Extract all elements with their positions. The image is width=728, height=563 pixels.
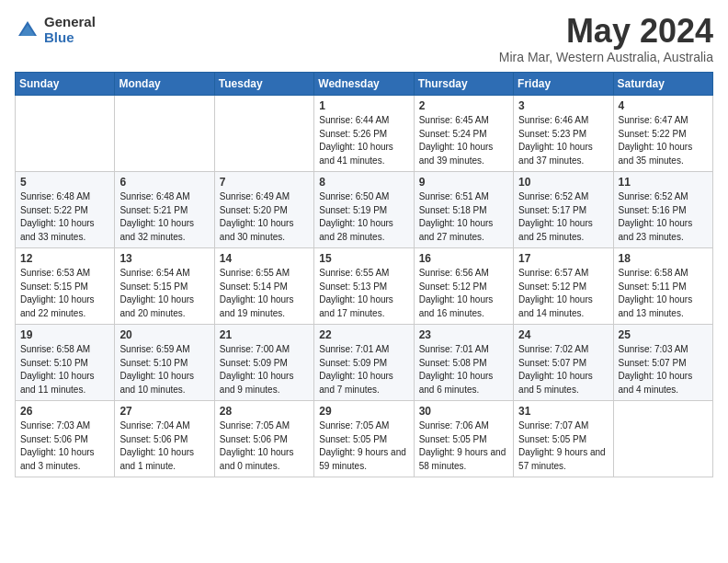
weekday-header-friday: Friday [514, 73, 613, 96]
day-number: 16 [419, 252, 508, 265]
day-cell: 21Sunrise: 7:00 AM Sunset: 5:09 PM Dayli… [214, 325, 313, 401]
day-number: 6 [119, 176, 209, 189]
day-info: Sunrise: 6:45 AM Sunset: 5:24 PM Dayligh… [419, 114, 508, 167]
day-cell: 31Sunrise: 7:07 AM Sunset: 5:05 PM Dayli… [514, 401, 613, 477]
day-info: Sunrise: 7:03 AM Sunset: 5:07 PM Dayligh… [619, 343, 708, 396]
weekday-header-monday: Monday [115, 73, 214, 96]
day-info: Sunrise: 7:01 AM Sunset: 5:09 PM Dayligh… [319, 343, 408, 396]
day-number: 8 [319, 176, 408, 189]
day-info: Sunrise: 6:47 AM Sunset: 5:22 PM Dayligh… [619, 114, 708, 167]
day-cell: 10Sunrise: 6:52 AM Sunset: 5:17 PM Dayli… [514, 172, 613, 248]
day-info: Sunrise: 6:52 AM Sunset: 5:17 PM Dayligh… [518, 190, 608, 244]
logo: General Blue [15, 15, 96, 45]
day-cell: 16Sunrise: 6:56 AM Sunset: 5:12 PM Dayli… [414, 248, 513, 325]
day-info: Sunrise: 6:50 AM Sunset: 5:19 PM Dayligh… [319, 190, 408, 244]
day-cell: 1Sunrise: 6:44 AM Sunset: 5:26 PM Daylig… [314, 96, 414, 172]
day-number: 28 [220, 405, 309, 418]
day-number: 13 [119, 252, 209, 265]
day-cell: 23Sunrise: 7:01 AM Sunset: 5:08 PM Dayli… [414, 325, 513, 401]
day-number: 7 [220, 176, 309, 189]
calendar: SundayMondayTuesdayWednesdayThursdayFrid… [15, 72, 713, 477]
weekday-header-sunday: Sunday [16, 73, 115, 96]
weekday-header-tuesday: Tuesday [214, 73, 313, 96]
day-cell: 7Sunrise: 6:49 AM Sunset: 5:20 PM Daylig… [214, 172, 313, 248]
day-cell: 4Sunrise: 6:47 AM Sunset: 5:22 PM Daylig… [613, 96, 712, 172]
day-number: 25 [619, 328, 708, 341]
day-number: 31 [518, 405, 608, 418]
day-number: 21 [220, 328, 309, 341]
day-number: 30 [419, 405, 508, 418]
day-info: Sunrise: 6:51 AM Sunset: 5:18 PM Dayligh… [419, 190, 508, 244]
weekday-header-row: SundayMondayTuesdayWednesdayThursdayFrid… [16, 73, 713, 96]
day-number: 22 [319, 328, 408, 341]
day-number: 29 [319, 405, 408, 418]
title-block: May 2024 Mira Mar, Western Australia, Au… [499, 15, 713, 64]
logo-text: General Blue [44, 15, 96, 45]
day-info: Sunrise: 7:05 AM Sunset: 5:06 PM Dayligh… [220, 419, 309, 473]
day-cell: 24Sunrise: 7:02 AM Sunset: 5:07 PM Dayli… [514, 325, 613, 401]
day-number: 15 [319, 252, 408, 265]
day-number: 17 [518, 252, 608, 265]
day-info: Sunrise: 6:57 AM Sunset: 5:12 PM Dayligh… [518, 267, 608, 320]
logo-general: General [44, 15, 96, 30]
day-cell: 11Sunrise: 6:52 AM Sunset: 5:16 PM Dayli… [613, 172, 712, 248]
day-info: Sunrise: 6:58 AM Sunset: 5:10 PM Dayligh… [20, 343, 109, 396]
day-number: 12 [20, 252, 109, 265]
day-cell: 17Sunrise: 6:57 AM Sunset: 5:12 PM Dayli… [514, 248, 613, 325]
logo-icon [15, 17, 40, 43]
day-cell [115, 96, 214, 172]
day-number: 4 [619, 99, 708, 112]
day-number: 26 [20, 405, 109, 418]
day-info: Sunrise: 6:55 AM Sunset: 5:14 PM Dayligh… [220, 267, 309, 320]
day-number: 2 [419, 99, 508, 112]
weekday-header-saturday: Saturday [613, 73, 712, 96]
day-number: 20 [119, 328, 209, 341]
day-info: Sunrise: 6:44 AM Sunset: 5:26 PM Dayligh… [319, 114, 408, 167]
day-info: Sunrise: 7:03 AM Sunset: 5:06 PM Dayligh… [20, 419, 109, 473]
day-number: 14 [220, 252, 309, 265]
day-cell: 6Sunrise: 6:48 AM Sunset: 5:21 PM Daylig… [115, 172, 214, 248]
day-info: Sunrise: 6:54 AM Sunset: 5:15 PM Dayligh… [119, 267, 209, 320]
week-row-3: 19Sunrise: 6:58 AM Sunset: 5:10 PM Dayli… [16, 325, 713, 401]
day-info: Sunrise: 6:56 AM Sunset: 5:12 PM Dayligh… [419, 267, 508, 320]
day-info: Sunrise: 7:02 AM Sunset: 5:07 PM Dayligh… [518, 343, 608, 396]
week-row-1: 5Sunrise: 6:48 AM Sunset: 5:22 PM Daylig… [16, 172, 713, 248]
day-info: Sunrise: 6:49 AM Sunset: 5:20 PM Dayligh… [220, 190, 309, 244]
week-row-2: 12Sunrise: 6:53 AM Sunset: 5:15 PM Dayli… [16, 248, 713, 325]
day-info: Sunrise: 7:00 AM Sunset: 5:09 PM Dayligh… [220, 343, 309, 396]
day-cell [16, 96, 115, 172]
day-number: 23 [419, 328, 508, 341]
day-cell [613, 401, 712, 477]
day-cell: 19Sunrise: 6:58 AM Sunset: 5:10 PM Dayli… [16, 325, 115, 401]
day-cell: 3Sunrise: 6:46 AM Sunset: 5:23 PM Daylig… [514, 96, 613, 172]
day-number: 24 [518, 328, 608, 341]
day-info: Sunrise: 7:01 AM Sunset: 5:08 PM Dayligh… [419, 343, 508, 396]
day-cell: 9Sunrise: 6:51 AM Sunset: 5:18 PM Daylig… [414, 172, 513, 248]
day-info: Sunrise: 6:59 AM Sunset: 5:10 PM Dayligh… [119, 343, 209, 396]
day-info: Sunrise: 7:07 AM Sunset: 5:05 PM Dayligh… [518, 419, 608, 473]
day-info: Sunrise: 7:06 AM Sunset: 5:05 PM Dayligh… [419, 419, 508, 473]
day-cell: 29Sunrise: 7:05 AM Sunset: 5:05 PM Dayli… [314, 401, 414, 477]
day-cell: 2Sunrise: 6:45 AM Sunset: 5:24 PM Daylig… [414, 96, 513, 172]
day-cell: 25Sunrise: 7:03 AM Sunset: 5:07 PM Dayli… [613, 325, 712, 401]
day-cell: 8Sunrise: 6:50 AM Sunset: 5:19 PM Daylig… [314, 172, 414, 248]
day-cell: 27Sunrise: 7:04 AM Sunset: 5:06 PM Dayli… [115, 401, 214, 477]
logo-blue: Blue [44, 30, 96, 46]
day-cell: 13Sunrise: 6:54 AM Sunset: 5:15 PM Dayli… [115, 248, 214, 325]
day-number: 1 [319, 99, 408, 112]
day-info: Sunrise: 6:55 AM Sunset: 5:13 PM Dayligh… [319, 267, 408, 320]
day-info: Sunrise: 6:53 AM Sunset: 5:15 PM Dayligh… [20, 267, 109, 320]
day-number: 18 [619, 252, 708, 265]
day-cell: 18Sunrise: 6:58 AM Sunset: 5:11 PM Dayli… [613, 248, 712, 325]
day-cell: 5Sunrise: 6:48 AM Sunset: 5:22 PM Daylig… [16, 172, 115, 248]
day-cell: 12Sunrise: 6:53 AM Sunset: 5:15 PM Dayli… [16, 248, 115, 325]
day-cell: 26Sunrise: 7:03 AM Sunset: 5:06 PM Dayli… [16, 401, 115, 477]
day-number: 10 [518, 176, 608, 189]
day-number: 19 [20, 328, 109, 341]
month-title: May 2024 [499, 15, 713, 48]
day-number: 11 [619, 176, 708, 189]
day-cell: 22Sunrise: 7:01 AM Sunset: 5:09 PM Dayli… [314, 325, 414, 401]
day-cell: 28Sunrise: 7:05 AM Sunset: 5:06 PM Dayli… [214, 401, 313, 477]
page-header: General Blue May 2024 Mira Mar, Western … [15, 15, 713, 64]
day-info: Sunrise: 6:48 AM Sunset: 5:21 PM Dayligh… [119, 190, 209, 244]
